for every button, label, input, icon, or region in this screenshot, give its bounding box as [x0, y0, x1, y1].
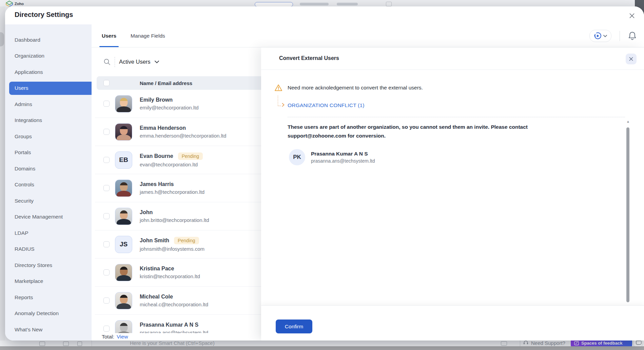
- sidebar-item-security[interactable]: Security: [5, 193, 92, 209]
- sidebar-item-integrations[interactable]: Integrations: [5, 112, 92, 129]
- dotted-divider: [288, 117, 625, 117]
- zoho-logo: Zoho: [6, 1, 24, 6]
- sidebar-item-device-management[interactable]: Device Management: [5, 209, 92, 225]
- sidebar-item-users[interactable]: Users: [9, 82, 92, 95]
- screen: Zoho Here is your Smart Chat (Ctrl+Space…: [0, 0, 644, 350]
- scrollbar-thumb[interactable]: [626, 127, 629, 302]
- table-row[interactable]: Johnjohn.britto@techcorporation.ltd: [95, 202, 261, 230]
- notifications-button[interactable]: [628, 31, 637, 41]
- chat-bubble-icon: [501, 341, 507, 346]
- warning-row: Need more acknoledgement to convert the …: [274, 84, 423, 91]
- table-row[interactable]: James Harrisjames.h@techcorporation.ltd: [95, 174, 261, 202]
- brand-text: Zoho: [15, 2, 24, 6]
- user-email: micheal.c@techcorporation.ltd: [140, 302, 208, 307]
- tab-users[interactable]: Users: [102, 24, 116, 47]
- panel-close-button[interactable]: [626, 54, 637, 64]
- user-list-pane: Active Users Name / Email address Emily …: [92, 47, 261, 341]
- sidebar-item-marketplace[interactable]: Marketplace: [5, 273, 92, 290]
- confirm-button[interactable]: Confirm: [276, 320, 312, 333]
- pencil-icon: [574, 341, 579, 345]
- user-name: John: [140, 209, 153, 215]
- modal-close-button[interactable]: [627, 11, 637, 20]
- total-bar: Total: View: [92, 333, 261, 341]
- user-email: prasanna.ans@techsystem.ltd: [311, 158, 375, 164]
- sidebar-item-portals[interactable]: Portals: [5, 145, 92, 161]
- background-tab-pill: [255, 2, 293, 7]
- row-checkbox[interactable]: [103, 129, 110, 135]
- background-tab-stub: [300, 3, 329, 5]
- close-icon: [629, 13, 635, 19]
- sidebar-item-dashboard[interactable]: Dashboard: [5, 32, 92, 48]
- row-checkbox[interactable]: [103, 297, 110, 304]
- row-checkbox[interactable]: [103, 269, 110, 275]
- panel-footer: Confirm: [261, 305, 644, 341]
- modal-header: Directory Settings: [5, 6, 644, 25]
- avatar: [115, 95, 132, 112]
- view-total-link[interactable]: View: [117, 334, 128, 340]
- avatar: [115, 123, 132, 141]
- directory-settings-modal: Directory Settings DashboardOrganization…: [5, 6, 644, 341]
- table-row[interactable]: Emily Brownemily@techcorporation.ltd: [95, 90, 261, 118]
- walkthrough-button[interactable]: [589, 30, 611, 42]
- list-header-row: Name / Email address: [97, 76, 261, 90]
- chevron-down-icon: [603, 35, 607, 37]
- user-name: John Smith: [140, 238, 169, 244]
- convert-external-users-panel: Convert External Users Need more acknole…: [261, 47, 644, 341]
- sidebar-item-what-s-new[interactable]: What's New: [5, 322, 92, 338]
- taskbar-strip: [0, 346, 644, 350]
- panel-title: Convert External Users: [279, 55, 339, 61]
- sidebar-item-radius[interactable]: RADIUS: [5, 241, 92, 258]
- divider: [92, 341, 92, 346]
- table-row[interactable]: Micheal Colemicheal.c@techcorporation.lt…: [95, 287, 261, 315]
- panel-scrollbar[interactable]: ▲: [626, 120, 630, 302]
- tab-manage-fields[interactable]: Manage Fields: [131, 24, 165, 47]
- sidebar-item-groups[interactable]: Groups: [5, 128, 92, 145]
- chevron-down-icon[interactable]: [155, 61, 159, 63]
- list-header-label: Name / Email address: [140, 80, 192, 86]
- user-name: Micheal Cole: [140, 294, 173, 300]
- row-checkbox[interactable]: [103, 101, 110, 107]
- sidebar-item-directory-stores[interactable]: Directory Stores: [5, 257, 92, 273]
- table-row[interactable]: Kristina Pacekristin@techcorporation.ltd: [95, 259, 261, 287]
- sidebar-item-anomaly-detection[interactable]: Anomaly Detection: [5, 306, 92, 322]
- user-rows: Emily Brownemily@techcorporation.ltdEmma…: [95, 90, 261, 341]
- user-name: James Harris: [140, 181, 174, 187]
- row-checkbox[interactable]: [103, 326, 110, 332]
- organization-conflict-link[interactable]: ORGANIZATION CONFLICT (1): [288, 102, 365, 108]
- avatar: [115, 292, 132, 309]
- search-icon[interactable]: [103, 58, 111, 65]
- sidebar-item-controls[interactable]: Controls: [5, 177, 92, 193]
- user-name: Kristina Pace: [140, 266, 174, 272]
- table-row[interactable]: Emma Hendersonemma.henderson@techcorpora…: [95, 118, 261, 146]
- sidebar-item-domains[interactable]: Domains: [5, 161, 92, 177]
- sidebar-item-applications[interactable]: Applications: [5, 64, 92, 80]
- user-filter-dropdown[interactable]: Active Users: [119, 59, 151, 65]
- sidebar-item-admins[interactable]: Admins: [5, 96, 92, 112]
- tabbar-controls: [589, 24, 637, 47]
- feedback-badge[interactable]: Spaces of feedback: [571, 339, 632, 347]
- headset-icon: [523, 341, 528, 346]
- search-filter-row: Active Users: [92, 47, 159, 76]
- table-row[interactable]: JSJohn SmithPendingjohnsmith@infosystems…: [95, 230, 261, 259]
- sidebar-item-ldap[interactable]: LDAP: [5, 225, 92, 241]
- chevron-right-icon: [282, 103, 285, 107]
- row-checkbox[interactable]: [103, 213, 110, 219]
- user-name: Prasanna Kumar A N S: [140, 322, 198, 328]
- row-checkbox[interactable]: [103, 241, 110, 247]
- background-left-strip: [0, 6, 5, 350]
- warning-text: Need more acknoledgement to convert the …: [288, 85, 423, 91]
- need-support-link[interactable]: Need Support?: [531, 340, 565, 346]
- sidebar-item-reports[interactable]: Reports: [5, 289, 92, 306]
- close-icon: [629, 57, 633, 61]
- user-email: johnsmith@infosystems.com: [140, 246, 204, 252]
- content-area: UsersManage Fields: [92, 24, 644, 341]
- select-all-checkbox[interactable]: [103, 80, 110, 86]
- background-tab-stub: [337, 3, 358, 5]
- user-name: Evan Bourne: [140, 153, 173, 159]
- scroll-up-arrow[interactable]: ▲: [626, 120, 630, 123]
- sidebar-item-organization[interactable]: Organization: [5, 48, 92, 64]
- taskbar-icon: [77, 342, 82, 346]
- row-checkbox[interactable]: [103, 185, 110, 191]
- table-row[interactable]: EBEvan BournePendingevan@techcorporation…: [95, 146, 261, 174]
- row-checkbox[interactable]: [103, 157, 110, 163]
